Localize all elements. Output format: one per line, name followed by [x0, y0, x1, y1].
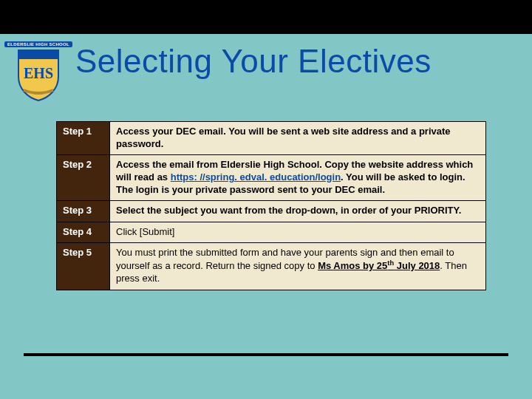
logo-banner: ELDERSLIE HIGH SCHOOL	[4, 41, 72, 47]
step-description: Access the email from Elderslie High Sch…	[110, 155, 486, 201]
table-row: Step 5 You must print the submitted form…	[57, 243, 486, 290]
edval-login-link[interactable]: https: //spring. edval. education/login	[171, 171, 341, 183]
shield-icon: EHS	[16, 47, 61, 102]
school-logo: ELDERSLIE HIGH SCHOOL EHS	[10, 43, 66, 111]
table-row: Step 4 Click [Submit]	[57, 222, 486, 243]
table-row: Step 2 Access the email from Elderslie H…	[57, 155, 486, 201]
step-label: Step 5	[57, 243, 110, 290]
step-description: Select the subject you want from the dro…	[110, 201, 486, 222]
step-label: Step 3	[57, 201, 110, 222]
table-row: Step 1 Access your DEC email. You will b…	[57, 122, 486, 155]
table-row: Step 3 Select the subject you want from …	[57, 201, 486, 222]
page-title: Selecting Your Electives	[75, 43, 432, 80]
step-label: Step 4	[57, 222, 110, 243]
logo-monogram: EHS	[24, 65, 53, 81]
step-description: You must print the submitted form and ha…	[110, 243, 486, 290]
top-bar	[0, 0, 532, 34]
step-label: Step 1	[57, 122, 110, 155]
steps-table: Step 1 Access your DEC email. You will b…	[56, 121, 486, 290]
bottom-divider	[24, 353, 508, 356]
step-label: Step 2	[57, 155, 110, 201]
step-description: Click [Submit]	[110, 222, 486, 243]
step-description: Access your DEC email. You will be sent …	[110, 122, 486, 155]
